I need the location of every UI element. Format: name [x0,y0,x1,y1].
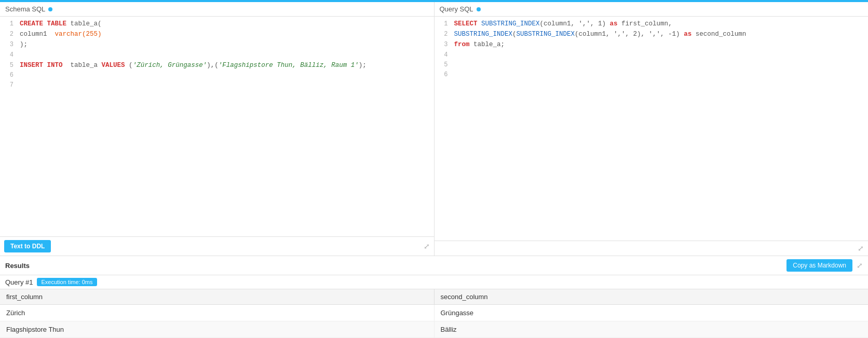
query-info-row: Query #1 Execution time: 0ms [0,275,868,289]
schema-panel: Schema SQL 1 CREATE TABLE table_a( 2 col… [0,2,435,256]
query-editor-body[interactable]: 1 SELECT SUBSTRING_INDEX(column1, ',', 1… [435,17,869,241]
schema-header: Schema SQL [0,2,434,17]
query-panel: Query SQL 1 SELECT SUBSTRING_INDEX(colum… [435,2,869,256]
code-line-6: 6 [0,71,434,80]
qcode-line-4: 4 [435,50,869,60]
results-expand-icon[interactable]: ⤢ [857,261,863,270]
column-header-second: second_column [434,289,868,305]
schema-expand-icon[interactable]: ⤢ [424,242,430,250]
schema-footer: Text to DDL ⤢ [0,236,434,256]
qcode-line-6: 6 [435,70,869,80]
code-line-1: 1 CREATE TABLE table_a( [0,19,434,29]
query-number-label: Query #1 [5,278,33,286]
query-footer: ⤢ [435,241,869,256]
qcode-line-3: 3 from table_a; [435,39,869,50]
table-row: Flagshipstore Thun Bälliz [0,321,868,338]
code-line-7: 7 [0,80,434,90]
results-header: Results Copy as Markdown ⤢ [0,256,868,275]
results-section: Results Copy as Markdown ⤢ Query #1 Exec… [0,256,868,338]
query-header: Query SQL [435,2,869,17]
qcode-line-5: 5 [435,60,869,70]
query-title: Query SQL [440,5,473,13]
cell-flagship-second: Bälliz [434,321,868,338]
code-line-5: 5 INSERT INTO table_a VALUES ('Zürich, G… [0,60,434,71]
exec-time-badge: Execution time: 0ms [37,278,97,286]
cell-flagship-first: Flagshipstore Thun [0,321,434,338]
schema-editor-body[interactable]: 1 CREATE TABLE table_a( 2 column1 varcha… [0,17,434,236]
editors-row: Schema SQL 1 CREATE TABLE table_a( 2 col… [0,2,868,256]
text-to-ddl-button[interactable]: Text to DDL [4,240,51,252]
table-header-row: first_column second_column [0,289,868,305]
code-line-2: 2 column1 varchar(255) [0,29,434,39]
results-actions: Copy as Markdown ⤢ [786,259,863,272]
qcode-line-1: 1 SELECT SUBSTRING_INDEX(column1, ',', 1… [435,19,869,29]
schema-dot [48,7,52,11]
copy-markdown-button[interactable]: Copy as Markdown [786,259,852,272]
code-line-3: 3 ); [0,39,434,50]
qcode-line-2: 2 SUBSTRING_INDEX(SUBSTRING_INDEX(column… [435,29,869,39]
table-row: Zürich Grüngasse [0,305,868,321]
results-title: Results [5,262,30,270]
cell-zurich-second: Grüngasse [434,305,868,321]
results-table: first_column second_column Zürich Grünga… [0,289,868,338]
query-expand-icon[interactable]: ⤢ [858,244,864,252]
query-dot [477,7,481,11]
schema-title: Schema SQL [5,5,45,13]
column-header-first: first_column [0,289,434,305]
code-line-4: 4 [0,50,434,60]
cell-zurich-first: Zürich [0,305,434,321]
